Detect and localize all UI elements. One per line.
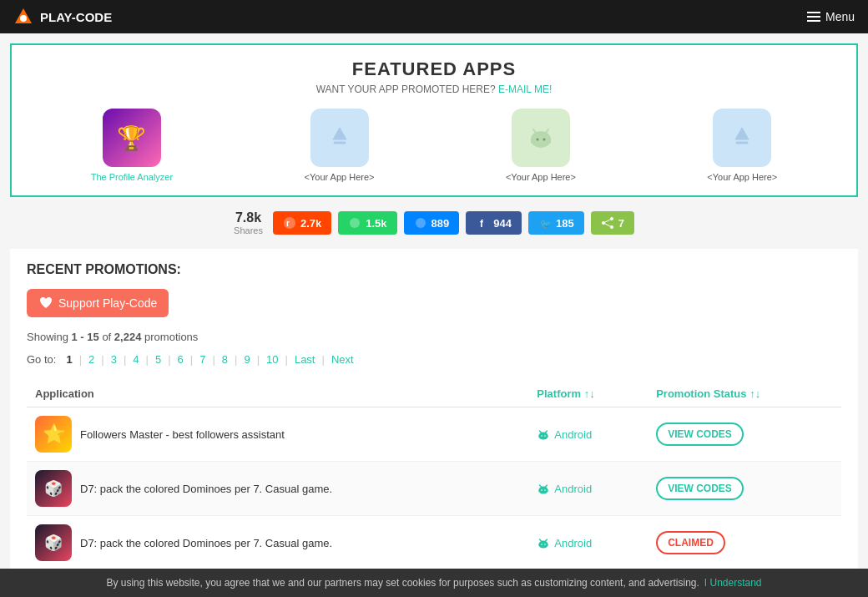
svg-rect-35	[539, 489, 541, 493]
svg-line-33	[540, 485, 542, 487]
page-9[interactable]: 9	[240, 352, 253, 367]
svg-point-6	[536, 139, 538, 141]
total-shares-count: 7.8k	[235, 210, 261, 225]
svg-point-1	[20, 15, 27, 22]
menu-label: Menu	[825, 10, 855, 23]
svg-rect-36	[547, 489, 548, 493]
app-row: 🎲 D7: pack the colored Dominoes per 7. C…	[35, 524, 520, 561]
featured-app-3-label: <Your App Here>	[506, 172, 576, 182]
featured-subtitle: WANT YOUR APP PROMOTED HERE? E-MAIL ME!	[25, 83, 843, 95]
svg-text:f: f	[480, 218, 484, 230]
page-8[interactable]: 8	[219, 352, 231, 367]
svg-line-27	[546, 431, 548, 433]
heart-icon	[38, 296, 53, 311]
platform-link[interactable]: Android	[554, 537, 592, 549]
col-application: Application	[27, 381, 528, 407]
svg-point-39	[545, 544, 547, 545]
menu-button[interactable]: Menu	[807, 10, 855, 23]
android-platform-icon	[537, 482, 550, 495]
whatsapp-count: 1.5k	[366, 217, 386, 230]
page-7[interactable]: 7	[196, 352, 209, 367]
svg-line-22	[603, 223, 612, 227]
messenger-share-button[interactable]: 889	[404, 211, 460, 235]
page-2[interactable]: 2	[85, 352, 98, 367]
other-share-button[interactable]: 7	[591, 211, 634, 235]
app-row: 🎲 D7: pack the colored Dominoes per 7. C…	[35, 470, 520, 507]
app-store-icon-2	[725, 121, 759, 154]
featured-app-1-label: The Profile Analyzer	[91, 172, 173, 182]
platform-cell: Android	[528, 516, 648, 570]
featured-apps-row: 🏆 The Profile Analyzer <Your App Here>	[25, 109, 843, 182]
support-label: Support Play-Code	[58, 296, 157, 310]
featured-app-2-label: <Your App Here>	[305, 172, 375, 182]
platform-link[interactable]: Android	[554, 428, 592, 441]
page-3[interactable]: 3	[108, 352, 120, 367]
featured-app-4-label: <Your App Here>	[707, 172, 777, 182]
svg-rect-43	[547, 544, 548, 547]
reddit-icon: r	[283, 216, 296, 230]
featured-section: FEATURED APPS WANT YOUR APP PROMOTED HER…	[10, 43, 858, 197]
page-last[interactable]: Last	[291, 352, 319, 367]
facebook-share-button[interactable]: f 944	[466, 211, 522, 235]
featured-app-4[interactable]: <Your App Here>	[707, 109, 777, 182]
svg-point-37	[539, 541, 548, 549]
svg-point-30	[539, 487, 548, 494]
other-count: 7	[618, 217, 624, 230]
featured-app-3[interactable]: <Your App Here>	[506, 109, 576, 182]
reddit-count: 2.7k	[300, 217, 321, 230]
featured-app-2[interactable]: <Your App Here>	[305, 109, 375, 182]
messenger-icon	[414, 216, 427, 230]
header: PLAY-CODE Menu	[0, 0, 868, 33]
email-link[interactable]: E-MAIL ME!	[498, 83, 552, 95]
reddit-share-button[interactable]: r 2.7k	[273, 211, 331, 235]
logo-icon	[13, 7, 33, 27]
twitter-share-button[interactable]: 🐦 185	[528, 211, 584, 235]
svg-line-8	[533, 129, 536, 133]
app-icon-followers: ⭐	[35, 416, 72, 453]
svg-rect-28	[539, 435, 541, 438]
svg-point-7	[542, 139, 545, 141]
platform-sort[interactable]: Platform ↑↓	[537, 387, 594, 400]
svg-point-32	[545, 489, 547, 491]
total-count: 2,224	[114, 331, 142, 343]
app-row: ⭐ Followers Master - best followers assi…	[35, 416, 520, 453]
svg-rect-3	[807, 16, 820, 18]
logo[interactable]: PLAY-CODE	[13, 7, 112, 27]
featured-title: FEATURED APPS	[25, 58, 843, 80]
page-5[interactable]: 5	[152, 352, 164, 367]
page-6[interactable]: 6	[174, 352, 187, 367]
whatsapp-share-button[interactable]: 1.5k	[338, 211, 396, 235]
svg-point-25	[545, 435, 547, 437]
promotions-table: Application Platform ↑↓ Promotion Status…	[27, 381, 841, 597]
svg-point-38	[542, 544, 543, 545]
main-content: RECENT PROMOTIONS: Support Play-Code Sho…	[10, 249, 858, 597]
svg-rect-29	[547, 435, 548, 438]
platform-cell: Android	[528, 462, 648, 516]
platform-link[interactable]: Android	[554, 483, 592, 495]
page-next[interactable]: Next	[328, 352, 357, 367]
page-1[interactable]: 1	[63, 352, 75, 367]
support-button[interactable]: Support Play-Code	[27, 289, 169, 317]
svg-line-21	[603, 219, 612, 223]
svg-point-24	[542, 435, 543, 437]
featured-app-1[interactable]: 🏆 The Profile Analyzer	[91, 109, 173, 182]
status-button[interactable]: CLAIMED	[656, 531, 725, 554]
table-row: ⭐ Followers Master - best followers assi…	[27, 407, 841, 462]
hamburger-icon	[807, 10, 820, 23]
android-platform-icon	[537, 428, 550, 441]
status-button[interactable]: VIEW CODES	[656, 422, 744, 446]
page-10[interactable]: 10	[263, 352, 281, 367]
goto-label: Go to:	[27, 353, 56, 366]
status-sort[interactable]: Promotion Status ↑↓	[656, 387, 760, 400]
app-name: Followers Master - best followers assist…	[80, 428, 285, 441]
svg-line-34	[546, 485, 548, 487]
cookie-accept-link[interactable]: I Understand	[704, 577, 762, 589]
platform-info: Android	[537, 428, 639, 441]
col-platform: Platform ↑↓	[528, 381, 648, 407]
android-icon	[524, 121, 558, 154]
status-button[interactable]: VIEW CODES	[656, 477, 744, 500]
platform-info: Android	[537, 536, 639, 549]
page-4[interactable]: 4	[129, 352, 142, 367]
whatsapp-icon	[348, 216, 361, 230]
showing-range: 1 - 15	[72, 331, 103, 343]
